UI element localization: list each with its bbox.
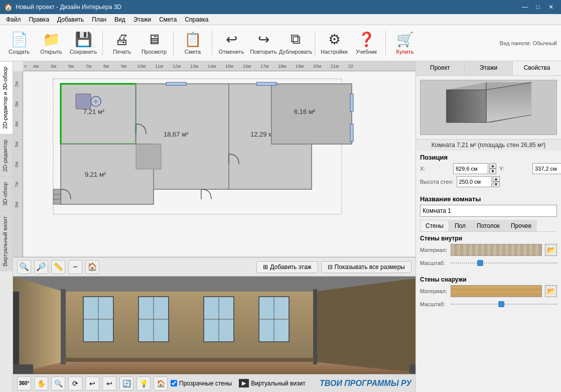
brand-label: ТВОИ ПРОГРАММЫ РУ [320, 379, 411, 388]
sub-tab-ceiling[interactable]: Потолок [471, 220, 505, 231]
x-spin-down[interactable]: ▼ [489, 169, 496, 174]
menu-floors[interactable]: Этажи [129, 15, 155, 24]
left-tab-3d[interactable]: 3D-обзор [0, 177, 13, 211]
height-label: Высота стен: [420, 179, 454, 185]
room-preview-label: Комната 7,21 м² (площадь стен 26,85 м²) [416, 139, 561, 151]
window-controls: — □ ✕ [519, 2, 557, 12]
x-spin-up[interactable]: ▲ [489, 163, 496, 169]
save-button[interactable]: 💾 Сохранить [68, 27, 98, 59]
walls-outside-material-row: Материал: 📂 [420, 285, 557, 297]
toolbar-separator-5 [385, 31, 386, 56]
svg-rect-18 [350, 94, 353, 111]
btn-undo2-3d[interactable]: ↩ [102, 376, 116, 390]
btn-refresh-3d[interactable]: 🔄 [119, 376, 133, 390]
y-input-group: ▲ ▼ [532, 163, 561, 174]
height-spin-up[interactable]: ▲ [493, 176, 500, 182]
add-floor-button[interactable]: ⊞ Добавить этаж [256, 261, 318, 273]
svg-text:6,16 м²: 6,16 м² [294, 108, 316, 115]
walls-inside-folder-btn[interactable]: 📂 [545, 244, 557, 256]
virtual-visit-button[interactable]: ▶ Виртуальный визит [239, 379, 306, 387]
svg-rect-52 [13, 292, 19, 364]
walls-inside-section: Стены внутри Материал: 📂 Масштаб: [416, 232, 561, 273]
svg-text:18,67 м²: 18,67 м² [164, 130, 189, 138]
btn-360[interactable]: 360° [17, 376, 31, 390]
ruler-horizontal: ч 4м 5м 6м 7м 8м 9м 10м 11м 12м 13м 14м … [23, 61, 415, 71]
height-input[interactable] [457, 176, 492, 187]
preview-button[interactable]: 🖥 Просмотр [139, 27, 169, 59]
tab-floors[interactable]: Этажи [465, 61, 513, 75]
btn-zoom-3d[interactable]: 🔍 [51, 376, 65, 390]
tutorial-button[interactable]: ❓ Учебник [351, 27, 381, 59]
walls-outside-folder-btn[interactable]: 📂 [545, 285, 557, 297]
btn-hand[interactable]: ✋ [34, 376, 48, 390]
btn-home-3d[interactable]: 🏠 [154, 376, 168, 390]
x-input[interactable] [453, 163, 488, 174]
svg-text:9,21 м²: 9,21 м² [85, 171, 106, 178]
title-bar: 🏠 Новый проект - Дизайн Интерьера 3D — □… [0, 0, 561, 14]
close-button[interactable]: ✕ [545, 2, 557, 12]
menu-estimate[interactable]: Смета [155, 15, 181, 24]
print-button[interactable]: 🖨 Печать [107, 27, 137, 59]
left-tab-2d3d[interactable]: 2D-редактор и 3D-обзор [0, 61, 13, 134]
transparent-walls-checkbox[interactable]: Прозрачные стены [171, 380, 232, 387]
menu-file[interactable]: Файл [2, 15, 25, 24]
zoom-out-button[interactable]: 🔍 [17, 260, 31, 274]
svg-rect-50 [13, 364, 33, 374]
menu-plan[interactable]: План [88, 15, 110, 24]
zoom-in-button[interactable]: 🔎 [34, 260, 48, 274]
room-preview-svg [431, 80, 546, 135]
svg-rect-55 [313, 289, 317, 364]
redo-button[interactable]: ↪ Повторить [248, 27, 278, 59]
walls-outside-title: Стены снаружи [420, 276, 557, 283]
main-layout: 2D-редактор и 3D-обзор 2D-редактор 3D-об… [0, 61, 561, 392]
walls-inside-slider-thumb[interactable] [477, 260, 483, 266]
remove-button[interactable]: − [68, 260, 82, 274]
open-button[interactable]: 📁 Открыть [36, 27, 66, 59]
open-icon: 📁 [43, 31, 60, 48]
btn-undo-3d[interactable]: ↩ [85, 376, 99, 390]
walls-outside-scale-row: Масштаб: [420, 300, 557, 308]
room-name-input[interactable] [420, 205, 557, 217]
svg-marker-46 [314, 277, 415, 374]
tab-project[interactable]: Проект [416, 61, 465, 75]
walls-outside-slider-thumb[interactable] [498, 301, 504, 307]
walls-outside-slider[interactable] [451, 300, 557, 308]
settings-button[interactable]: ⚙ Настройки [319, 27, 349, 59]
editor-2d[interactable]: ч 4м 5м 6м 7м 8м 9м 10м 11м 12м 13м 14м … [13, 61, 415, 277]
walls-outside-section: Стены снаружи Материал: 📂 Масштаб: [416, 273, 561, 314]
view-3d[interactable]: 360° ✋ 🔍 ⟳ ↩ ↩ 🔄 💡 🏠 Прозрачные стены ▶ … [13, 277, 415, 392]
editor-2d-toolbar: 🔍 🔎 📏 − 🏠 ⊞ Добавить этаж ⊟ Показывать в… [13, 257, 415, 276]
minimize-button[interactable]: — [519, 2, 531, 12]
duplicate-button[interactable]: ⧉ Дублировать [280, 27, 311, 59]
menu-add[interactable]: Добавить [53, 15, 88, 24]
maximize-button[interactable]: □ [532, 2, 544, 12]
estimate-button[interactable]: 📋 Смета [178, 27, 208, 59]
create-button[interactable]: 📄 Создать [4, 27, 34, 59]
menu-edit[interactable]: Правка [25, 15, 54, 24]
tab-properties[interactable]: Свойства [513, 61, 561, 75]
buy-button[interactable]: 🛒 Купить [390, 27, 420, 59]
btn-rotate-3d[interactable]: ⟳ [68, 376, 82, 390]
sub-tab-other[interactable]: Прочее [505, 220, 537, 231]
toolbar-separator-1 [102, 31, 103, 56]
measure-button[interactable]: 📏 [51, 260, 65, 274]
window-title: Новый проект - Дизайн Интерьера 3D [16, 4, 519, 11]
menu-view[interactable]: Вид [110, 15, 129, 24]
sub-tab-floor[interactable]: Пол [449, 220, 471, 231]
height-spin-down[interactable]: ▼ [493, 182, 500, 187]
sub-tab-walls[interactable]: Стены [420, 220, 449, 231]
walls-inside-slider[interactable] [451, 259, 557, 267]
left-tab-2d[interactable]: 2D-редактор [0, 134, 13, 177]
show-dims-button[interactable]: ⊟ Показывать все размеры [321, 261, 411, 273]
floorplan-area[interactable]: 7,21 м² 18,67 м² 12,29 м² 6,16 м² 9,21 м… [23, 71, 415, 256]
menu-help[interactable]: Справка [181, 15, 212, 24]
y-input[interactable] [532, 163, 561, 174]
floorplan-svg: 7,21 м² 18,67 м² 12,29 м² 6,16 м² 9,21 м… [26, 74, 377, 234]
view-panel-label: Вид панели: Обычный [500, 40, 557, 46]
btn-light-3d[interactable]: 💡 [136, 376, 151, 390]
svg-rect-20 [76, 94, 91, 109]
undo-button[interactable]: ↩ Отменить [216, 27, 246, 59]
home-view-button[interactable]: 🏠 [85, 260, 99, 274]
transparent-walls-input[interactable] [171, 380, 177, 386]
left-tab-virtual[interactable]: Виртуальный визит [0, 211, 13, 272]
